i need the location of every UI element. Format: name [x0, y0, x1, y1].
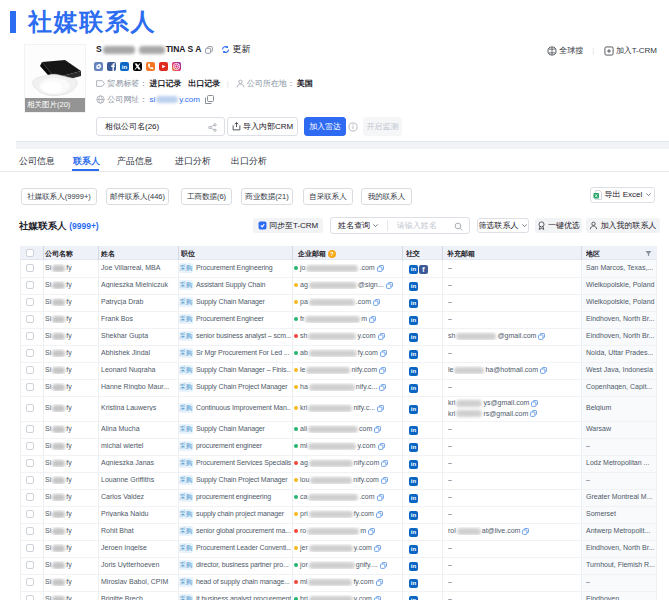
svg-text:in: in — [122, 64, 128, 70]
